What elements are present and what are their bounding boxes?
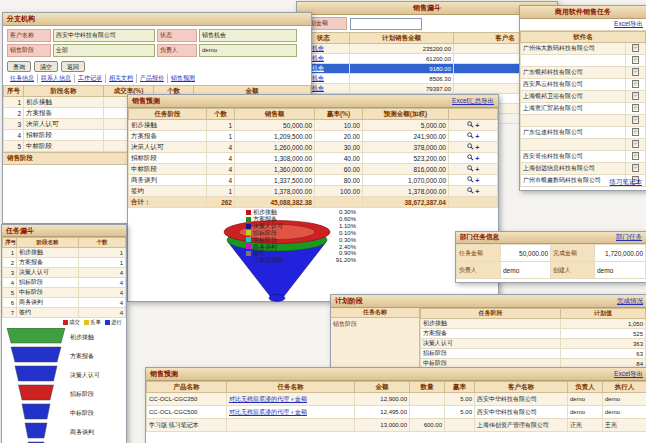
table-row[interactable]: 销售机会 79397.00 — [298, 84, 557, 94]
table-row[interactable]: 招标阶段 4 1,308,000.00 40.00 523,200.00 + — [129, 153, 498, 164]
funnel-stage-shape[interactable] — [19, 385, 54, 400]
column-header[interactable]: 个数 — [79, 238, 126, 248]
table-row[interactable]: 签约 1 1,378,000.00 100.00 1,378,000.00 + — [129, 186, 498, 197]
notebook-link[interactable]: 练习笔记本 — [610, 178, 643, 185]
plus-icon[interactable]: + — [475, 144, 479, 151]
form-button[interactable]: 查询 — [7, 61, 31, 72]
customer-name-field[interactable]: 西安中华科技有限公司 — [53, 29, 155, 42]
document-icon[interactable] — [632, 56, 639, 64]
tasks-titlebar[interactable]: 商用软件销售任务 — [520, 6, 646, 19]
tab-link[interactable]: 联系人信息 — [38, 74, 75, 83]
funnel-stage-shape[interactable] — [11, 347, 61, 362]
dept-task-link[interactable]: 部门任务 — [616, 233, 642, 242]
table-row[interactable]: 3 决策人认可 4 — [3, 268, 126, 278]
magnifier-icon[interactable] — [467, 143, 474, 150]
table-row[interactable]: 销售机会 61200.00 — [298, 54, 557, 64]
column-header[interactable]: 个数 — [207, 109, 235, 120]
column-header[interactable]: 赢率 — [445, 382, 475, 393]
magnifier-icon[interactable] — [467, 165, 474, 172]
document-icon[interactable] — [632, 104, 639, 112]
column-header[interactable]: 阶段名称 — [24, 86, 104, 97]
table-row[interactable]: 6 商务谈判 4 — [3, 298, 126, 308]
funnel-stage-shape[interactable] — [7, 328, 65, 343]
magnifier-icon[interactable] — [467, 154, 474, 161]
table-row[interactable]: CC-OCL-CGC500 对比无残留底漆的代理＋金额 12,495.00 5.… — [147, 406, 646, 419]
column-header[interactable]: 负责人 — [568, 382, 603, 393]
plan-amount-input[interactable] — [350, 18, 422, 30]
table-row[interactable]: 初步接触 1,050 — [421, 319, 646, 329]
form-button[interactable]: 返回 — [61, 61, 85, 72]
funnel-stage-shape[interactable] — [22, 404, 50, 419]
tab-link[interactable]: 相关文档 — [106, 74, 137, 83]
magnifier-icon[interactable] — [467, 132, 474, 139]
table-row[interactable]: 销售机会 8506.30 — [298, 74, 557, 84]
document-icon[interactable] — [632, 128, 639, 136]
document-icon[interactable] — [632, 68, 639, 76]
task-link[interactable]: 对比无残留底漆的代理＋金额 — [227, 406, 355, 419]
magnifier-icon[interactable] — [467, 187, 474, 194]
funnel-stage-shape[interactable] — [25, 423, 47, 438]
table-row[interactable]: 销售机会 9180.00 — [298, 64, 557, 74]
table-row[interactable] — [521, 139, 646, 151]
dept-titlebar[interactable]: 部门任务信息 部门任务 — [456, 232, 646, 244]
column-header[interactable]: 序号 — [3, 238, 17, 248]
owner-field[interactable]: demo — [199, 44, 297, 57]
magnifier-icon[interactable] — [467, 121, 474, 128]
table-row[interactable]: 广东位速科技有限公司 — [521, 127, 646, 139]
tab-link[interactable]: 任务信息 — [7, 74, 38, 83]
tab-link[interactable]: 产品报价 — [137, 74, 168, 83]
column-header[interactable]: 任务阶段 — [421, 309, 561, 319]
column-header[interactable]: 任务阶段 — [129, 109, 207, 120]
table-row[interactable] — [521, 115, 646, 127]
column-header[interactable]: 数量 — [410, 382, 445, 393]
column-header[interactable] — [449, 109, 498, 120]
stage-field[interactable]: 全部 — [53, 44, 155, 57]
table-row[interactable]: 决策人认可 4 1,260,000.00 30.00 378,000.00 + — [129, 142, 498, 153]
table-row[interactable]: 4 招标阶段 4 — [3, 278, 126, 288]
status-field[interactable]: 销售机会 — [199, 29, 297, 42]
column-header[interactable]: 任务名称 — [227, 382, 355, 393]
document-icon[interactable] — [632, 80, 639, 88]
table-row[interactable]: 西安风云科技有限公司 — [521, 79, 646, 91]
document-icon[interactable] — [632, 116, 639, 124]
document-icon[interactable] — [632, 140, 639, 148]
table-row[interactable]: 学习版 练习笔记本 13,000.00 600.00 上海伟创资产管理有限公司 … — [147, 419, 646, 432]
table-row[interactable]: 7 签约 4 — [3, 308, 126, 318]
document-icon[interactable] — [632, 152, 639, 160]
task-link[interactable] — [227, 419, 355, 432]
completion-link[interactable]: 完成情况 — [617, 297, 643, 306]
branch-titlebar[interactable]: 分支机构 — [3, 13, 311, 26]
table-row[interactable]: 中标阶段 4 1,360,000.00 60.00 816,000.00 + — [129, 164, 498, 175]
table-row[interactable]: 1 初步接触 1 — [3, 248, 126, 258]
tab-link[interactable]: 工作记录 — [75, 74, 106, 83]
plus-icon[interactable]: + — [475, 177, 479, 184]
column-header[interactable]: 预测金额(加权) — [363, 109, 449, 120]
table-row[interactable]: 招标阶段 63 — [421, 349, 646, 359]
table-row[interactable]: 决策人认可 363 — [421, 339, 646, 349]
table-row[interactable]: 广州伟大数码科技有限公司 — [521, 43, 646, 55]
plus-icon[interactable]: + — [475, 188, 479, 195]
table-row[interactable]: 西安哥伦科技有限公司 — [521, 151, 646, 163]
plus-icon[interactable]: + — [475, 133, 479, 140]
table-row[interactable]: 上海银邦卫浴有限公司 — [521, 91, 646, 103]
column-header[interactable]: 计划值 — [561, 309, 646, 319]
document-icon[interactable] — [632, 44, 639, 52]
column-header[interactable]: 阶段名称 — [17, 238, 79, 248]
funnel-plan-titlebar[interactable]: 销售漏斗 — [297, 2, 557, 15]
column-header[interactable]: 软件名 — [521, 32, 646, 43]
excel-export-link[interactable]: Excel导出 — [614, 370, 643, 379]
plus-icon[interactable]: + — [475, 155, 479, 162]
forecast-titlebar[interactable]: 销售预测 Excel汇总导出 — [128, 95, 498, 108]
column-header[interactable]: 销售额 — [235, 109, 315, 120]
column-header[interactable]: 客户名称 — [475, 382, 568, 393]
column-header[interactable]: 赢率(%) — [315, 109, 363, 120]
table-row[interactable]: 方案报备 1 1,209,500.00 20.00 241,900.00 + — [129, 131, 498, 142]
plus-icon[interactable]: + — [475, 166, 479, 173]
table-row[interactable]: 方案报备 525 — [421, 329, 646, 339]
task-link[interactable]: 对比无残留底漆的代理＋金额 — [227, 393, 355, 406]
form-button[interactable]: 清空 — [34, 61, 58, 72]
column-header[interactable]: 金额 — [355, 382, 410, 393]
table-row[interactable] — [521, 55, 646, 67]
table-row[interactable]: CC-OCL-CGC350 对比无残留底漆的代理＋金额 12,900.00 5.… — [147, 393, 646, 406]
column-header[interactable]: 执行人 — [603, 382, 646, 393]
